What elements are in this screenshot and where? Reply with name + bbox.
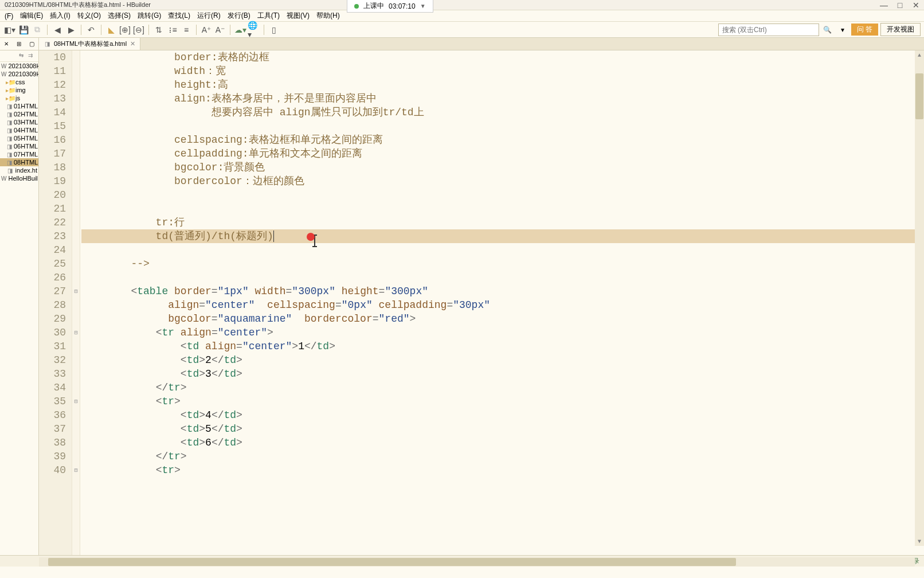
scroll-down-icon[interactable]: ▼ — [915, 537, 924, 546]
sidebar-tab-files[interactable]: ⊞ — [13, 38, 25, 50]
code-line[interactable] — [81, 271, 924, 284]
vscroll-thumb[interactable] — [915, 73, 923, 119]
menu-edit[interactable]: 编辑(E) — [18, 10, 45, 22]
tree-item-HelloHBuil[interactable]: WHelloHBuil — [0, 174, 38, 182]
code-line[interactable]: <td align="center">1</td> — [81, 339, 924, 353]
tree-item-04HTML[interactable]: ◨04HTML — [0, 126, 38, 134]
tree-item-20210309H[interactable]: W20210309H — [0, 70, 38, 78]
tree-item-02HTML[interactable]: ◨02HTML — [0, 110, 38, 118]
fold-gutter[interactable]: ⊟⊟⊟⊟ — [72, 50, 80, 555]
phone-button[interactable]: ▯ — [268, 24, 280, 36]
bookmark-button[interactable]: ◣ — [105, 24, 118, 36]
hscroll-thumb[interactable] — [48, 558, 736, 566]
code-line[interactable]: <tr> — [81, 395, 924, 408]
file-tree[interactable]: W20210308HW20210309H▸📁css▸📁img▸📁js◨01HTM… — [0, 62, 38, 555]
tree-item-img[interactable]: ▸📁img — [0, 86, 38, 94]
tree-item-08HTML[interactable]: ◨08HTML — [0, 158, 38, 166]
code-line[interactable]: cellspacing:表格边框和单元格之间的距离 — [81, 133, 924, 147]
fold-marker[interactable]: ⊟ — [72, 463, 80, 477]
code-line[interactable]: bgcolor="aquamarine" bordercolor="red"> — [81, 312, 924, 326]
code-content[interactable]: border:表格的边框 width：宽 height:高 align:表格本身… — [80, 50, 924, 555]
code-line[interactable]: align="center" cellspacing="0px" cellpad… — [81, 298, 924, 312]
maximize-button[interactable]: □ — [896, 2, 903, 9]
fold-marker[interactable]: ⊟ — [72, 326, 80, 339]
menu-escape[interactable]: 转义(O) — [75, 10, 103, 22]
code-line[interactable]: <table border="1px" width="300px" height… — [81, 284, 924, 298]
close-button[interactable]: ✕ — [913, 2, 919, 9]
font-increase-button[interactable]: A⁺ — [200, 24, 213, 36]
fold-marker[interactable]: ⊟ — [72, 395, 80, 408]
bracket-remove-button[interactable]: [⊖] — [132, 24, 145, 36]
code-line[interactable]: </tr> — [81, 450, 924, 463]
code-line[interactable]: tr:行 — [81, 216, 924, 229]
code-line[interactable] — [81, 188, 924, 202]
code-line[interactable]: 想要内容居中 align属性只可以加到tr/td上 — [81, 106, 924, 119]
code-line[interactable]: <td>4</td> — [81, 408, 924, 422]
browser-button[interactable]: 🌐▾ — [248, 24, 260, 36]
menu-help[interactable]: 帮助(H) — [314, 10, 342, 22]
code-line[interactable]: <td>5</td> — [81, 422, 924, 436]
code-line[interactable]: --> — [81, 257, 924, 271]
recording-status[interactable]: 上课中 03:07:10 ▼ — [347, 0, 433, 13]
code-line[interactable]: <tr align="center"> — [81, 326, 924, 339]
cloud-button[interactable]: ☁▾ — [234, 24, 246, 36]
code-line[interactable]: height:高 — [81, 78, 924, 92]
bracket-button[interactable]: [⊕] — [119, 24, 131, 36]
menu-view[interactable]: 视图(V) — [284, 10, 312, 22]
answer-button[interactable]: 问 答 — [851, 24, 878, 36]
code-line[interactable]: bordercolor：边框的颜色 — [81, 174, 924, 188]
sidebar-tab-close[interactable]: ✕ — [0, 38, 13, 50]
indent-button[interactable]: ≡ — [180, 24, 193, 36]
code-line[interactable]: width：宽 — [81, 64, 924, 78]
menu-run[interactable]: 运行(R) — [195, 10, 223, 22]
fold-marker[interactable]: ⊟ — [72, 284, 80, 298]
menu-insert[interactable]: 插入(I) — [48, 10, 72, 22]
forward-button[interactable]: ▶ — [65, 24, 77, 36]
code-line[interactable]: <tr> — [81, 463, 924, 477]
search-dropdown[interactable]: ▾ — [836, 24, 849, 36]
tree-item-07HTML[interactable]: ◨07HTML — [0, 150, 38, 158]
code-line[interactable]: </tr> — [81, 381, 924, 395]
recording-dropdown-icon[interactable]: ▼ — [420, 3, 426, 9]
menu-find[interactable]: 查找(L) — [166, 10, 193, 22]
tree-item-01HTML[interactable]: ◨01HTML — [0, 102, 38, 110]
code-line[interactable] — [81, 119, 924, 133]
save-all-button[interactable]: ⧉ — [31, 24, 44, 36]
swap-button[interactable]: ⇅ — [152, 24, 165, 36]
undo-button[interactable]: ↶ — [85, 24, 97, 36]
code-line[interactable]: align:表格本身居中，并不是里面内容居中 — [81, 92, 924, 106]
vertical-scrollbar[interactable]: ▲ ▼ — [915, 50, 924, 546]
back-button[interactable]: ◀ — [51, 24, 64, 36]
code-line[interactable]: td(普通列)/th(标题列) — [81, 229, 924, 243]
editor-tab[interactable]: ◨ 08HTML中表格标签a.html ✕ — [39, 38, 140, 50]
tree-item-05HTML[interactable]: ◨05HTML — [0, 134, 38, 142]
code-line[interactable]: border:表格的边框 — [81, 50, 924, 64]
horizontal-scrollbar[interactable] — [39, 557, 915, 567]
tree-item-index.ht[interactable]: ◨index.ht — [0, 166, 38, 174]
minimize-button[interactable]: — — [880, 2, 887, 9]
font-decrease-button[interactable]: A⁻ — [214, 24, 226, 36]
sidebar-tab-other[interactable]: ▢ — [26, 38, 38, 50]
code-line[interactable]: <td>3</td> — [81, 367, 924, 381]
tree-item-06HTML[interactable]: ◨06HTML — [0, 142, 38, 150]
save-button[interactable]: 💾 — [17, 24, 30, 36]
tree-item-css[interactable]: ▸📁css — [0, 78, 38, 86]
menu-jump[interactable]: 跳转(G) — [135, 10, 163, 22]
tab-close-icon[interactable]: ✕ — [130, 40, 135, 48]
search-button[interactable]: 🔍 — [821, 24, 834, 36]
menu-file[interactable]: (F) — [2, 11, 15, 21]
format-button[interactable]: ⫶≡ — [166, 24, 179, 36]
search-input[interactable] — [718, 24, 819, 36]
code-line[interactable]: <td>2</td> — [81, 353, 924, 367]
tree-item-js[interactable]: ▸📁js — [0, 94, 38, 102]
menu-select[interactable]: 选择(S) — [105, 10, 133, 22]
code-line[interactable] — [81, 202, 924, 216]
code-line[interactable]: bgcolor:背景颜色 — [81, 161, 924, 174]
tree-item-03HTML[interactable]: ◨03HTML — [0, 118, 38, 126]
tree-item-20210308H[interactable]: W20210308H — [0, 62, 38, 70]
new-button[interactable]: ◧▾ — [3, 24, 16, 36]
dev-view-button[interactable]: 开发视图 — [880, 23, 921, 36]
code-line[interactable]: <td>6</td> — [81, 436, 924, 450]
sidebar-collapse-icon[interactable]: ⇆ — [19, 52, 27, 60]
code-line[interactable] — [81, 243, 924, 257]
